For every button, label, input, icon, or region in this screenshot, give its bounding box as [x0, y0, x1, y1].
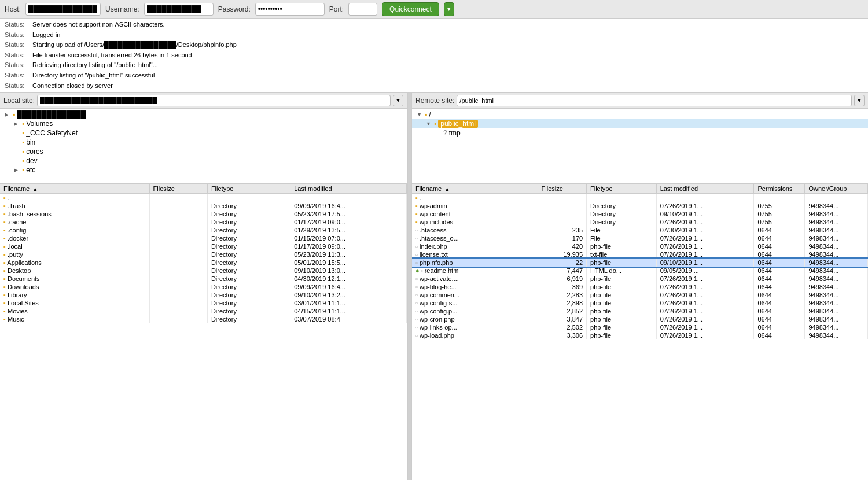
- folder-icon: ▪: [22, 166, 24, 174]
- local-file-row[interactable]: ▪ ..: [0, 194, 407, 202]
- local-file-row[interactable]: ▪ .config Directory 01/29/2019 13:5...: [0, 226, 407, 234]
- remote-col-modified[interactable]: Last modified: [656, 184, 754, 194]
- remote-col-filesize[interactable]: Filesize: [538, 184, 586, 194]
- file-size: [149, 275, 207, 283]
- local-file-row[interactable]: ▪ .putty Directory 05/23/2019 11:3...: [0, 250, 407, 259]
- remote-col-filename[interactable]: Filename ▲: [412, 184, 538, 194]
- remote-file-row[interactable]: ▫ wp-config.p... 2,852 php-file 07/26/20…: [412, 307, 868, 315]
- status-key: Status:: [5, 71, 30, 81]
- file-size: [538, 210, 586, 218]
- local-file-row[interactable]: ▪ Downloads Directory 09/09/2019 16:4...: [0, 283, 407, 291]
- local-tree-item[interactable]: ▶▪etc: [0, 165, 407, 175]
- file-modified: 07/26/2019 1...: [656, 275, 754, 283]
- local-tree-item[interactable]: ▪_CCC SafetyNet: [0, 128, 407, 138]
- username-input[interactable]: [144, 3, 214, 16]
- remote-col-owner[interactable]: Owner/Group: [805, 184, 868, 194]
- local-file-row[interactable]: ▪ .cache Directory 01/17/2019 09:0...: [0, 218, 407, 226]
- remote-tree-item[interactable]: ▼▪/: [412, 110, 868, 119]
- local-file-row[interactable]: ▪ Local Sites Directory 03/01/2019 11:1.…: [0, 299, 407, 307]
- panel-divider[interactable]: [407, 93, 412, 480]
- status-area: Status:Server does not support non-ASCII…: [0, 19, 868, 93]
- remote-file-row[interactable]: ▫ index.php 420 php-file 07/26/2019 1...…: [412, 242, 868, 250]
- remote-file-row[interactable]: ▫ wp-links-op... 2,502 php-file 07/26/20…: [412, 323, 868, 331]
- file-size: [149, 259, 207, 267]
- local-tree-item[interactable]: ▪bin: [0, 138, 407, 147]
- local-tree-item[interactable]: ▶▪██████████████: [0, 110, 407, 119]
- file-modified: 07/26/2019 1...: [656, 315, 754, 323]
- local-file-row[interactable]: ▪ .local Directory 01/17/2019 09:0...: [0, 242, 407, 250]
- remote-tree-item[interactable]: ▼▪public_html: [412, 119, 868, 128]
- remote-tree-item[interactable]: ?tmp: [412, 128, 868, 138]
- local-site-input[interactable]: [37, 95, 391, 106]
- local-col-filename[interactable]: Filename ▲: [0, 184, 149, 194]
- remote-site-dropdown[interactable]: ▼: [854, 95, 865, 106]
- remote-file-row[interactable]: ▪ wp-includes Directory 07/26/2019 1... …: [412, 218, 868, 226]
- remote-file-row[interactable]: ▫ .htaccess_o... 170 File 07/26/2019 1..…: [412, 234, 868, 242]
- local-col-modified[interactable]: Last modified: [290, 184, 407, 194]
- local-file-row[interactable]: ▪ Movies Directory 04/15/2019 11:1...: [0, 307, 407, 315]
- local-tree-item[interactable]: ▶▪Volumes: [0, 119, 407, 128]
- local-tree-item[interactable]: ▪dev: [0, 156, 407, 165]
- local-file-row[interactable]: ▪ Applications Directory 05/01/2019 15:5…: [0, 259, 407, 267]
- local-col-filesize[interactable]: Filesize: [149, 184, 207, 194]
- remote-file-row[interactable]: ▫ wp-activate.... 6,919 php-file 07/26/2…: [412, 275, 868, 283]
- local-file-row[interactable]: ▪ .docker Directory 01/15/2019 07:0...: [0, 234, 407, 242]
- folder-icon: ▪: [3, 259, 7, 266]
- file-icon: ▫: [415, 291, 420, 298]
- file-owner: 9498344...: [805, 202, 868, 210]
- remote-file-row[interactable]: ▪ ..: [412, 194, 868, 202]
- local-file-row[interactable]: ▪ Library Directory 09/10/2019 13:2...: [0, 291, 407, 299]
- password-input[interactable]: [255, 3, 325, 16]
- remote-site-bar: Remote site: ▼: [412, 93, 868, 109]
- port-input[interactable]: [348, 3, 377, 16]
- file-icon: ▫: [415, 227, 420, 234]
- password-label: Password:: [218, 5, 251, 13]
- file-size: 235: [538, 226, 586, 234]
- local-col-filetype[interactable]: Filetype: [207, 184, 290, 194]
- folder-icon: ▪: [3, 316, 8, 323]
- file-size: 2,502: [538, 323, 586, 331]
- local-tree: ▶▪██████████████▶▪Volumes▪_CCC SafetyNet…: [0, 109, 407, 184]
- remote-file-row[interactable]: ▪ wp-admin Directory 07/26/2019 1... 075…: [412, 202, 868, 210]
- remote-file-row[interactable]: ▪ wp-content Directory 09/10/2019 1... 0…: [412, 210, 868, 218]
- remote-file-row[interactable]: ▫ phpinfo.php 22 php-file 09/10/2019 1..…: [412, 259, 868, 267]
- remote-site-input[interactable]: [457, 95, 852, 106]
- folder-icon: ▪: [13, 110, 15, 119]
- local-file-row[interactable]: ▪ .Trash Directory 09/09/2019 16:4...: [0, 202, 407, 210]
- file-type: Directory: [207, 275, 290, 283]
- remote-file-row[interactable]: ▫ wp-load.php 3,306 php-file 07/26/2019 …: [412, 331, 868, 339]
- remote-col-perms[interactable]: Permissions: [754, 184, 805, 194]
- remote-file-row[interactable]: ▫ .htaccess 235 File 07/30/2019 1... 064…: [412, 226, 868, 234]
- local-file-row[interactable]: ▪ Desktop Directory 09/10/2019 13:0...: [0, 267, 407, 275]
- local-file-row[interactable]: ▪ Music Directory 03/07/2019 08:4: [0, 315, 407, 323]
- file-size: [149, 202, 207, 210]
- local-file-row[interactable]: ▪ .bash_sessions Directory 05/23/2019 17…: [0, 210, 407, 218]
- quickconnect-dropdown-button[interactable]: ▼: [444, 2, 454, 16]
- remote-file-row[interactable]: ▫ wp-cron.php 3,847 php-file 07/26/2019 …: [412, 315, 868, 323]
- remote-file-row[interactable]: ▫ wp-config-s... 2,898 php-file 07/26/20…: [412, 299, 868, 307]
- file-type: [207, 194, 290, 202]
- file-owner: 9498344...: [805, 218, 868, 226]
- local-site-label: Local site:: [3, 97, 35, 105]
- file-name: ▫ .htaccess_o...: [412, 234, 538, 242]
- quickconnect-button[interactable]: Quickconnect: [382, 2, 439, 16]
- remote-file-row[interactable]: ▫ wp-blog-he... 369 php-file 07/26/2019 …: [412, 283, 868, 291]
- tree-item-label: cores: [26, 147, 43, 156]
- folder-icon: ▪: [22, 157, 24, 165]
- file-type: Directory: [207, 307, 290, 315]
- remote-file-row[interactable]: ▫ wp-commen... 2,283 php-file 07/26/2019…: [412, 291, 868, 299]
- local-file-row[interactable]: ▪ Documents Directory 04/30/2019 12:1...: [0, 275, 407, 283]
- file-name: ●▫ readme.html: [412, 267, 538, 275]
- file-modified: 07/26/2019 1...: [656, 323, 754, 331]
- file-type: php-file: [587, 275, 657, 283]
- remote-col-filetype[interactable]: Filetype: [587, 184, 657, 194]
- local-tree-item[interactable]: ▪cores: [0, 147, 407, 156]
- local-site-dropdown[interactable]: ▼: [393, 95, 403, 106]
- host-input[interactable]: [25, 3, 101, 16]
- folder-icon: ▪: [3, 291, 8, 298]
- remote-file-row[interactable]: ▫ license.txt 19,935 txt-file 07/26/2019…: [412, 250, 868, 259]
- remote-file-row[interactable]: ●▫ readme.html 7,447 HTML do... 09/05/20…: [412, 267, 868, 275]
- tree-arrow: ▶: [5, 112, 13, 117]
- status-line: Status:Connection closed by server: [5, 81, 863, 91]
- file-modified: 04/30/2019 12:1...: [290, 275, 407, 283]
